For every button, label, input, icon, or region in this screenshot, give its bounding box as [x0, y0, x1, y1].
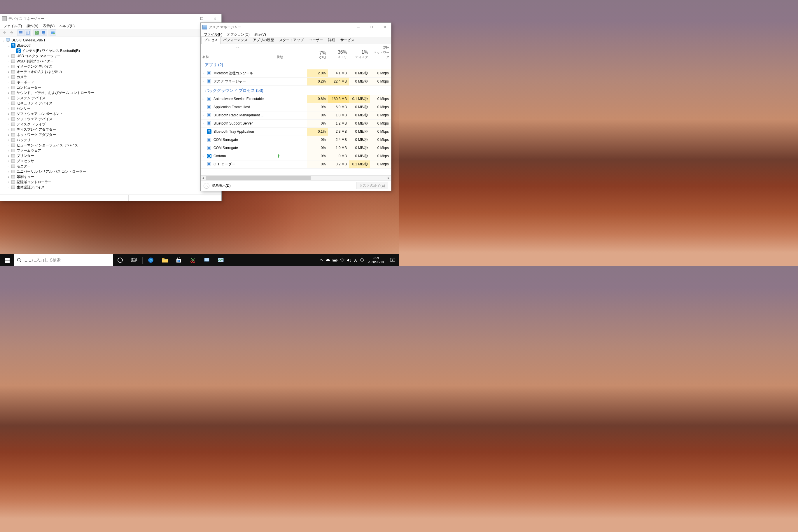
twisty-icon[interactable]: ›: [7, 54, 11, 58]
task-view-button[interactable]: [127, 254, 141, 266]
twisty-icon[interactable]: ›: [7, 112, 11, 115]
twisty-icon[interactable]: ›: [7, 91, 11, 95]
power-tray-icon[interactable]: [331, 254, 339, 266]
group-background[interactable]: バックグラウンド プロセス (53): [201, 86, 391, 95]
twisty-icon[interactable]: ›: [7, 117, 11, 121]
help-button[interactable]: ?: [34, 30, 40, 36]
tree-category[interactable]: ›ソフトウェア コンポーネント: [0, 111, 221, 116]
wifi-tray-icon[interactable]: [339, 254, 346, 266]
properties-view-button[interactable]: [24, 30, 31, 36]
twisty-icon[interactable]: ›: [7, 170, 11, 173]
process-row[interactable]: ›タスク マネージャー0.2%22.4 MB0 MB/秒0 Mbps: [201, 78, 391, 86]
menu-view[interactable]: 表示(V): [41, 23, 57, 29]
twisty-icon[interactable]: ›: [7, 149, 11, 152]
tree-category[interactable]: ›ディスプレイ アダプター: [0, 127, 221, 132]
tree-category[interactable]: ›システム デバイス: [0, 95, 221, 101]
menu-file[interactable]: ファイル(F): [1, 23, 24, 29]
twisty-icon[interactable]: ›: [7, 154, 11, 157]
tree-category[interactable]: ›印刷キュー: [0, 174, 221, 179]
cortana-button[interactable]: [113, 254, 127, 266]
ime-indicator[interactable]: A: [353, 254, 359, 266]
back-button[interactable]: [1, 30, 8, 36]
process-row[interactable]: ›Cortana0%0 MB0 MB/秒0 Mbps: [201, 152, 391, 160]
tree-category[interactable]: ›ファームウェア: [0, 148, 221, 153]
horizontal-scrollbar[interactable]: ◀ ▶: [201, 175, 391, 180]
edge-taskbar-button[interactable]: [144, 254, 158, 266]
twisty-icon[interactable]: ›: [7, 59, 11, 63]
tree-root[interactable]: ⌄DESKTOP-NREP8NT: [0, 38, 221, 43]
tree-category[interactable]: ›ネットワーク アダプター: [0, 132, 221, 137]
maximize-button[interactable]: ☐: [195, 14, 208, 23]
col-status[interactable]: 状態: [275, 44, 307, 60]
menu-help[interactable]: ヘルプ(H): [57, 23, 77, 29]
tab-0[interactable]: プロセス: [201, 36, 221, 44]
tree-category[interactable]: ›キーボード: [0, 80, 221, 85]
twisty-icon[interactable]: ›: [7, 165, 11, 168]
tab-6[interactable]: サービス: [338, 36, 357, 44]
col-name[interactable]: ︿ 名前: [201, 44, 275, 60]
fewer-details-icon[interactable]: ︿: [204, 183, 209, 189]
twisty-icon[interactable]: ›: [201, 113, 205, 117]
show-hidden-button[interactable]: [50, 30, 56, 36]
col-disk[interactable]: 1% ディスク: [349, 44, 370, 60]
tm-titlebar[interactable]: タスク マネージャー ─ ☐ ✕: [201, 23, 391, 32]
scan-hardware-button[interactable]: [40, 30, 47, 36]
search-box[interactable]: ここに入力して検索: [14, 254, 113, 266]
col-memory[interactable]: 36% メモリ: [328, 44, 349, 60]
tree-category[interactable]: ›プロセッサ: [0, 158, 221, 164]
tree-category[interactable]: ›ユニバーサル シリアル バス コントローラー: [0, 169, 221, 174]
snip-taskbar-button[interactable]: [186, 254, 200, 266]
device-manager-taskbar-button[interactable]: [200, 254, 214, 266]
volume-tray-icon[interactable]: [346, 254, 353, 266]
tree-category[interactable]: ›セキュリティ デバイス: [0, 101, 221, 106]
twisty-icon[interactable]: ›: [7, 70, 11, 74]
tree-bluetooth-device[interactable]: インテル(R) ワイヤレス Bluetooth(R): [0, 48, 221, 53]
twisty-icon[interactable]: ›: [7, 186, 11, 189]
twisty-icon[interactable]: ›: [201, 72, 205, 75]
tree-category[interactable]: ›オーディオの入力および出力: [0, 69, 221, 74]
twisty-icon[interactable]: ›: [7, 175, 11, 178]
twisty-icon[interactable]: ›: [201, 80, 205, 83]
tree-category[interactable]: ›モニター: [0, 164, 221, 169]
twisty-icon[interactable]: ⌄: [7, 44, 11, 48]
twisty-icon[interactable]: ›: [7, 107, 11, 110]
close-button[interactable]: ✕: [208, 14, 221, 23]
tree-category[interactable]: ›カメラ: [0, 74, 221, 80]
maximize-button[interactable]: ☐: [365, 23, 378, 32]
twisty-icon[interactable]: ›: [7, 101, 11, 105]
tree-bluetooth[interactable]: ⌄Bluetooth: [0, 43, 221, 48]
forward-button[interactable]: [8, 30, 15, 36]
twisty-icon[interactable]: ›: [7, 128, 11, 131]
minimize-button[interactable]: ─: [182, 14, 195, 23]
onedrive-tray-icon[interactable]: [325, 254, 331, 266]
scroll-thumb[interactable]: [206, 176, 311, 180]
tree-category[interactable]: ›USB コネクタ マネージャー: [0, 53, 221, 59]
process-row[interactable]: ›Bluetooth Radio Management ...0%1.0 MB0…: [201, 111, 391, 119]
close-button[interactable]: ✕: [378, 23, 391, 32]
action-center-button[interactable]: 1: [386, 258, 399, 263]
twisty-icon[interactable]: ›: [201, 97, 205, 101]
explorer-taskbar-button[interactable]: [158, 254, 172, 266]
twisty-icon[interactable]: ›: [7, 86, 11, 89]
tree-category[interactable]: ›センサー: [0, 106, 221, 111]
process-row[interactable]: CTF ローダー0%3.2 MB0.1 MB/秒0 Mbps: [201, 160, 391, 169]
twisty-icon[interactable]: ›: [7, 144, 11, 147]
minimize-button[interactable]: ─: [352, 23, 365, 32]
process-row[interactable]: COM Surrogate0%2.4 MB0 MB/秒0 Mbps: [201, 136, 391, 144]
group-apps[interactable]: アプリ (2): [201, 60, 391, 70]
twisty-icon[interactable]: ›: [7, 138, 11, 142]
dm-titlebar[interactable]: デバイス マネージャー ─ ☐ ✕: [0, 14, 221, 23]
scroll-left-icon[interactable]: ◀: [201, 176, 206, 179]
process-row[interactable]: ›Bluetooth Support Server0%1.2 MB0 MB/秒0…: [201, 119, 391, 128]
tree-category[interactable]: ›バッテリ: [0, 137, 221, 142]
twisty-icon[interactable]: ›: [201, 121, 205, 125]
tree-category[interactable]: ›プリンター: [0, 153, 221, 158]
process-row[interactable]: Bluetooth Tray Application0.1%2.3 MB0 MB…: [201, 128, 391, 136]
ime-mode-icon[interactable]: [359, 254, 365, 266]
twisty-icon[interactable]: ›: [201, 154, 205, 158]
twisty-icon[interactable]: ›: [7, 133, 11, 136]
tab-4[interactable]: ユーザー: [306, 36, 325, 44]
end-task-button[interactable]: タスクの終了(E): [356, 182, 388, 189]
process-row[interactable]: ›Microsoft 管理コンソール2.0%4.1 MB0 MB/秒0 Mbps: [201, 70, 391, 78]
col-network[interactable]: 0% ネットワーク: [370, 44, 391, 60]
